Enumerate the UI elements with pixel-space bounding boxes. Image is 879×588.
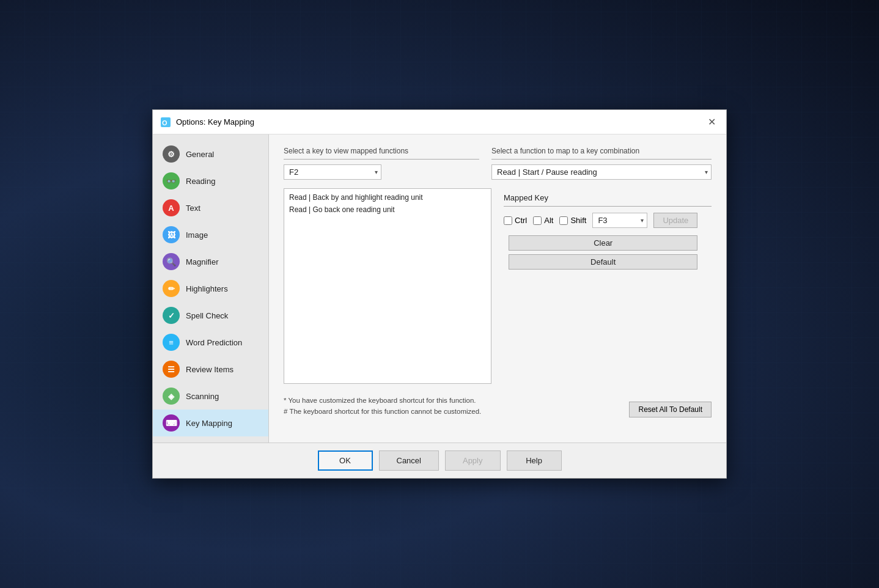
reset-all-button[interactable]: Reset All To Default — [629, 402, 712, 417]
sidebar-label-reading: Reading — [186, 177, 215, 186]
app-icon: O — [160, 117, 171, 128]
scanning-icon: ◈ — [163, 388, 180, 405]
mapped-key-separator — [504, 206, 712, 207]
close-button[interactable]: ✕ — [704, 115, 719, 130]
sidebar-label-magnifier: Magnifier — [186, 257, 218, 266]
function-dropdown[interactable]: Read | Start / Pause reading Read | Stop… — [491, 164, 712, 180]
ctrl-checkbox-label[interactable]: Ctrl — [504, 216, 527, 225]
shift-label: Shift — [570, 216, 586, 225]
mapped-key-select-wrap: F1 F2 F3 F4 F5 F6 F7 F8 F9 — [592, 213, 647, 228]
sidebar-label-highlighters: Highlighters — [186, 284, 228, 293]
list-item[interactable]: Read | Go back one reading unit — [287, 204, 488, 216]
dialog-footer: OK Cancel Apply Help — [153, 443, 726, 478]
right-col: Select a function to map to a key combin… — [491, 147, 712, 180]
sidebar-label-reviewitems: Review Items — [186, 365, 234, 374]
wordprediction-icon: ≡ — [163, 334, 180, 351]
note-line2: # The keyboard shortcut for this functio… — [284, 406, 481, 417]
reviewitems-icon: ☰ — [163, 361, 180, 378]
list-col: Read | Back by and highlight reading uni… — [284, 188, 491, 384]
function-list[interactable]: Read | Back by and highlight reading uni… — [284, 188, 491, 384]
alt-checkbox[interactable] — [533, 216, 542, 225]
dialog-title: Options: Key Mapping — [176, 117, 254, 127]
sidebar-item-reviewitems[interactable]: ☰Review Items — [153, 356, 268, 383]
titlebar: O Options: Key Mapping ✕ — [153, 110, 726, 134]
sidebar-label-general: General — [186, 150, 214, 159]
sidebar-label-image: Image — [186, 230, 208, 240]
notes: * You have customized the keyboard short… — [284, 395, 481, 417]
default-button[interactable]: Default — [509, 254, 697, 270]
apply-button[interactable]: Apply — [445, 450, 501, 471]
right-separator — [491, 159, 712, 160]
shift-checkbox[interactable] — [559, 216, 568, 225]
top-section: Select a key to view mapped functions F1… — [284, 147, 712, 180]
sidebar-item-highlighters[interactable]: ✏Highlighters — [153, 275, 268, 302]
sidebar-label-wordprediction: Word Prediction — [186, 338, 242, 347]
sidebar-label-text: Text — [186, 204, 200, 213]
reading-icon: 👓 — [163, 172, 180, 189]
ctrl-checkbox[interactable] — [504, 216, 512, 225]
general-icon: ⚙ — [163, 145, 180, 163]
sidebar-item-general[interactable]: ⚙General — [153, 141, 268, 167]
spellcheck-icon: ✓ — [163, 307, 180, 324]
mapped-key-col: Mapped Key Ctrl Alt — [504, 193, 712, 384]
middle-section: Read | Back by and highlight reading uni… — [284, 188, 712, 384]
sidebar-label-keymapping: Key Mapping — [186, 419, 232, 428]
key-dropdown[interactable]: F1 F2 F3 F4 F5 F6 F7 F8 F9 F10 F11 F12 — [284, 164, 381, 180]
sidebar-label-scanning: Scanning — [186, 392, 219, 401]
left-col: Select a key to view mapped functions F1… — [284, 147, 479, 180]
image-icon: 🖼 — [163, 226, 180, 243]
mapped-key-title: Mapped Key — [504, 193, 712, 202]
clear-button[interactable]: Clear — [509, 235, 697, 251]
left-col-label: Select a key to view mapped functions — [284, 147, 479, 155]
mapped-key-select[interactable]: F1 F2 F3 F4 F5 F6 F7 F8 F9 — [592, 213, 647, 228]
key-dropdown-wrap: F1 F2 F3 F4 F5 F6 F7 F8 F9 F10 F11 F12 — [284, 164, 381, 180]
magnifier-icon: 🔍 — [163, 253, 180, 270]
alt-checkbox-label[interactable]: Alt — [533, 216, 553, 225]
update-button[interactable]: Update — [653, 213, 697, 228]
sidebar-item-text[interactable]: AText — [153, 194, 268, 221]
mapped-key-row: Ctrl Alt Shift F1 — [504, 213, 697, 228]
sidebar-item-reading[interactable]: 👓Reading — [153, 167, 268, 194]
sidebar-item-wordprediction[interactable]: ≡Word Prediction — [153, 329, 268, 356]
ok-button[interactable]: OK — [318, 450, 373, 471]
sidebar: ⚙General👓ReadingAText🖼Image🔍Magnifier✏Hi… — [153, 134, 269, 443]
ctrl-label: Ctrl — [515, 216, 527, 225]
highlighters-icon: ✏ — [163, 280, 180, 297]
cancel-button[interactable]: Cancel — [379, 450, 439, 471]
note-line1: * You have customized the keyboard short… — [284, 395, 481, 406]
help-button[interactable]: Help — [507, 450, 562, 471]
titlebar-left: O Options: Key Mapping — [160, 117, 254, 128]
sidebar-label-spellcheck: Spell Check — [186, 311, 228, 320]
notes-row: * You have customized the keyboard short… — [284, 395, 712, 417]
list-item[interactable]: Read | Back by and highlight reading uni… — [287, 191, 488, 204]
sidebar-item-spellcheck[interactable]: ✓Spell Check — [153, 302, 268, 329]
svg-text:O: O — [162, 119, 167, 127]
keymapping-icon: ⌨ — [163, 414, 180, 432]
shift-checkbox-label[interactable]: Shift — [559, 216, 586, 225]
dialog-body: ⚙General👓ReadingAText🖼Image🔍Magnifier✏Hi… — [153, 134, 726, 443]
function-dropdown-wrap: Read | Start / Pause reading Read | Stop… — [491, 164, 712, 180]
sidebar-item-keymapping[interactable]: ⌨Key Mapping — [153, 410, 268, 436]
sidebar-item-scanning[interactable]: ◈Scanning — [153, 383, 268, 410]
side-buttons: Clear Default — [509, 235, 697, 270]
dialog-window: O Options: Key Mapping ✕ ⚙General👓Readin… — [152, 109, 727, 479]
right-col-label: Select a function to map to a key combin… — [491, 147, 712, 155]
text-icon: A — [163, 199, 180, 216]
sidebar-item-image[interactable]: 🖼Image — [153, 221, 268, 248]
alt-label: Alt — [544, 216, 553, 225]
sidebar-item-magnifier[interactable]: 🔍Magnifier — [153, 248, 268, 275]
left-separator — [284, 159, 479, 160]
main-content: Select a key to view mapped functions F1… — [269, 134, 726, 443]
